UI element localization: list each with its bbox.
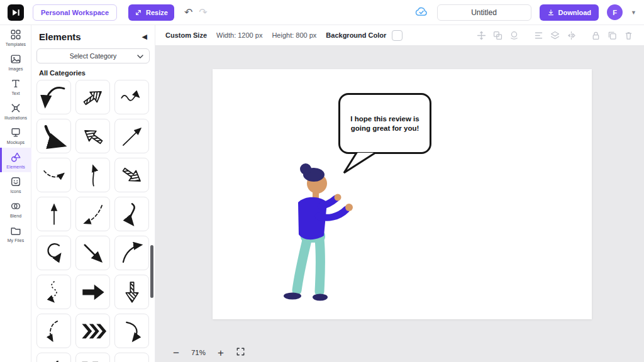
- element-thumbnail-dashed-curved-arrow-down-left[interactable]: [75, 197, 110, 231]
- layers-icon[interactable]: [550, 30, 560, 41]
- speech-bubble[interactable]: I hope this review is going great for yo…: [338, 93, 431, 154]
- element-thumbnail-dashed-curved-arrow-right[interactable]: [36, 158, 71, 192]
- sidebar-item-elements[interactable]: Elements: [0, 148, 31, 172]
- artboard[interactable]: I hope this review is going great for yo…: [213, 69, 592, 319]
- zoom-out-button[interactable]: −: [173, 348, 179, 358]
- shadow-icon[interactable]: [509, 30, 519, 41]
- element-thumbnail-dashed-curved-arrow-down[interactable]: [36, 314, 71, 348]
- element-thumbnail-thin-arrow-up[interactable]: [36, 197, 71, 231]
- group-icon[interactable]: [492, 30, 503, 41]
- left-sidebar: TemplatesImagesTextIllustrationsMockupsE…: [0, 25, 31, 362]
- sidebar-item-mockups[interactable]: Mockups: [0, 123, 31, 148]
- text-icon: [10, 78, 21, 89]
- sidebar-item-label: Elements: [6, 165, 25, 169]
- category-select[interactable]: Select Category: [36, 48, 150, 63]
- sidebar-item-label: Images: [8, 67, 23, 71]
- sidebar-item-icons[interactable]: Icons: [0, 172, 31, 197]
- element-thumbnail-hatched-arrow-up-right[interactable]: [75, 80, 110, 114]
- top-bar: Personal Workspace Resize ↶ ↷ Download F…: [0, 0, 644, 25]
- panel-collapse-icon[interactable]: ◀: [142, 33, 147, 41]
- document-title-input[interactable]: [437, 4, 531, 21]
- element-thumbnail-triple-chevron-arrow-right[interactable]: [75, 314, 110, 348]
- zoom-bar: − 71% +: [173, 347, 245, 358]
- element-thumbnail-hatched-curved-arrow-down[interactable]: [36, 119, 71, 153]
- panel-title: Elements: [39, 31, 81, 42]
- element-thumbnail-hatched-arrow-up-left[interactable]: [75, 119, 110, 153]
- app-root: Personal Workspace Resize ↶ ↷ Download F…: [0, 0, 644, 362]
- element-thumbnail-bold-arrow-right[interactable]: [75, 275, 110, 309]
- elements-icon: [10, 151, 21, 163]
- icons-icon: [10, 176, 21, 187]
- download-button-label: Download: [558, 9, 592, 16]
- canvas-area: I hope this review is going great for yo…: [155, 46, 644, 362]
- elements-grid: [36, 80, 150, 362]
- sidebar-item-label: Templates: [6, 42, 26, 47]
- element-thumbnail-double-chevron-arrow-right[interactable]: [75, 353, 110, 362]
- zoom-level: 71%: [191, 349, 206, 356]
- my-files-icon: [10, 225, 21, 236]
- element-thumbnail-dotted-wavy-arrow-down[interactable]: [36, 275, 71, 309]
- images-icon: [10, 53, 21, 65]
- element-thumbnail-curved-arrow-down[interactable]: [114, 314, 149, 348]
- redo-icon[interactable]: ↷: [199, 8, 207, 18]
- mockups-icon: [10, 127, 21, 138]
- download-button[interactable]: Download: [540, 4, 599, 21]
- element-thumbnail-sketch-arrow-up-right[interactable]: [114, 119, 149, 153]
- element-thumbnail-hatched-arrow-down[interactable]: [114, 275, 149, 309]
- element-thumbnail-arc-arrow-down-right[interactable]: [114, 353, 149, 362]
- topbar-right-group: Download F ▼: [414, 4, 636, 21]
- panel-scrollbar[interactable]: [150, 245, 153, 298]
- app-logo-icon[interactable]: [8, 4, 24, 21]
- canvas-toolbar: Custom Size Width: 1200 px Height: 800 p…: [155, 25, 644, 46]
- position-icon[interactable]: [476, 30, 487, 41]
- illustrations-icon: [10, 102, 21, 114]
- element-thumbnail-hatched-arrow-down-right[interactable]: [114, 158, 149, 192]
- element-thumbnail-diagonal-arrow-down-right[interactable]: [75, 236, 110, 270]
- cloud-sync-icon: [414, 6, 429, 19]
- element-thumbnail-squiggly-arrow-right[interactable]: [114, 80, 149, 114]
- person-illustration[interactable]: [274, 161, 365, 315]
- element-thumbnail-curved-arrow-doodle[interactable]: [36, 80, 71, 114]
- fullscreen-icon[interactable]: [236, 347, 245, 358]
- chevron-down-icon: [137, 55, 143, 58]
- sidebar-item-label: Blend: [10, 214, 21, 218]
- sidebar-item-label: Text: [11, 91, 19, 96]
- sidebar-item-my-files[interactable]: My Files: [0, 221, 31, 246]
- background-color-swatch[interactable]: [392, 30, 402, 41]
- account-chevron-down-icon[interactable]: ▼: [631, 9, 636, 16]
- workspace-button[interactable]: Personal Workspace: [33, 4, 117, 21]
- sidebar-item-label: Mockups: [7, 140, 25, 145]
- zoom-in-button[interactable]: +: [218, 348, 224, 358]
- resize-button[interactable]: Resize: [128, 4, 174, 21]
- height-label: Height: 800 px: [272, 31, 316, 39]
- delete-icon[interactable]: [623, 30, 634, 41]
- resize-icon: [135, 9, 142, 16]
- sidebar-item-text[interactable]: Text: [0, 74, 31, 99]
- speech-bubble-text: I hope this review is going great for yo…: [340, 114, 430, 133]
- duplicate-icon[interactable]: [607, 30, 618, 41]
- avatar[interactable]: F: [607, 4, 623, 20]
- category-select-value: Select Category: [70, 52, 117, 60]
- element-thumbnail-doodle-arrow-up[interactable]: [75, 158, 110, 192]
- object-toolbar-icons: [476, 30, 634, 41]
- element-thumbnail-loop-arrow-down[interactable]: [36, 236, 71, 270]
- align-icon[interactable]: [533, 30, 544, 41]
- sidebar-item-label: Illustrations: [4, 116, 27, 120]
- sidebar-item-label: Icons: [11, 189, 21, 194]
- blend-icon: [10, 200, 21, 212]
- sidebar-item-templates[interactable]: Templates: [0, 25, 31, 50]
- sidebar-item-blend[interactable]: Blend: [0, 197, 31, 221]
- custom-size-label: Custom Size: [165, 31, 207, 39]
- sidebar-item-label: My Files: [8, 238, 24, 243]
- sidebar-item-images[interactable]: Images: [0, 50, 31, 74]
- lock-icon[interactable]: [591, 30, 601, 41]
- element-thumbnail-wavy-arrow-down[interactable]: [114, 197, 149, 231]
- width-label: Width: 1200 px: [216, 31, 262, 39]
- resize-button-label: Resize: [146, 9, 168, 16]
- flip-icon[interactable]: [566, 30, 577, 41]
- element-thumbnail-curved-arrow-up-right[interactable]: [114, 236, 149, 270]
- undo-icon[interactable]: ↶: [184, 8, 192, 18]
- element-thumbnail-dashed-loop-arrow[interactable]: [36, 353, 71, 362]
- sidebar-item-illustrations[interactable]: Illustrations: [0, 99, 31, 123]
- elements-panel: Elements ◀ Select Category All Categorie…: [31, 25, 155, 362]
